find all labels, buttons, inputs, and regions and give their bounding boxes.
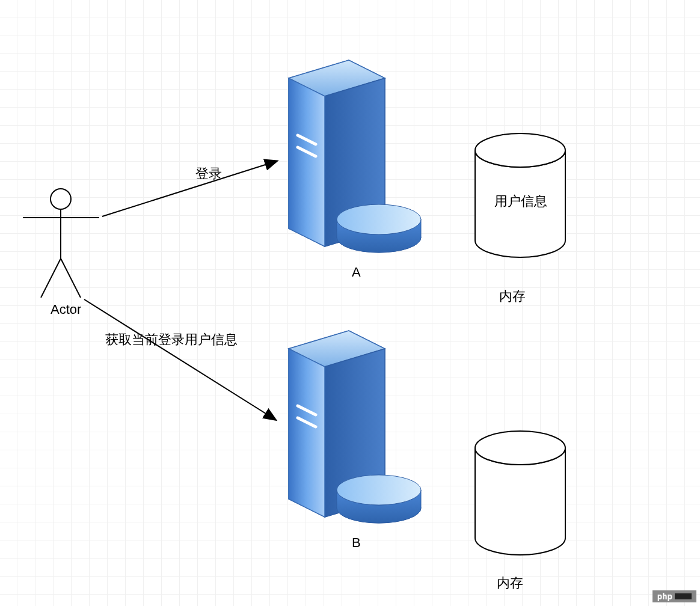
watermark-text: php: [657, 592, 672, 601]
server-b-label: B: [352, 535, 361, 551]
arrow-login: [102, 161, 277, 216]
svg-point-21: [337, 475, 421, 505]
server-a-icon: [289, 60, 421, 252]
server-a-label: A: [352, 265, 361, 280]
svg-line-3: [41, 259, 61, 298]
watermark: php: [652, 590, 696, 602]
arrow-fetch-user: [84, 299, 275, 420]
storage-a-content: 用户信息: [494, 192, 547, 210]
svg-marker-14: [289, 331, 385, 517]
storage-b-icon: [475, 431, 565, 555]
svg-point-20: [337, 493, 421, 523]
arrow-fetch-user-label: 获取当前登录用户信息: [105, 331, 238, 349]
svg-marker-7: [325, 78, 385, 246]
svg-marker-15: [289, 331, 385, 367]
svg-point-12: [337, 204, 421, 234]
svg-marker-16: [325, 349, 385, 517]
arrow-login-label: 登录: [195, 165, 222, 183]
svg-point-11: [337, 222, 421, 252]
svg-marker-6: [289, 60, 385, 96]
svg-line-9: [298, 135, 316, 144]
svg-marker-17: [289, 349, 325, 517]
svg-marker-8: [289, 78, 325, 246]
svg-line-19: [298, 418, 316, 427]
svg-layer: [0, 0, 700, 606]
actor-figure: [23, 189, 99, 298]
diagram-canvas: Actor 登录 获取当前登录用户信息 A B 用户信息 内存 内存 php: [0, 0, 700, 606]
storage-a-caption: 内存: [499, 287, 526, 305]
svg-marker-5: [289, 60, 385, 246]
svg-point-13: [475, 133, 565, 167]
svg-line-4: [61, 259, 81, 298]
svg-line-10: [298, 147, 316, 156]
svg-line-18: [298, 406, 316, 415]
watermark-box-icon: [675, 593, 692, 599]
storage-b-caption: 内存: [497, 574, 523, 592]
actor-label: Actor: [51, 302, 81, 317]
server-b-icon: [289, 331, 421, 523]
svg-point-22: [475, 431, 565, 465]
svg-point-0: [51, 189, 71, 209]
